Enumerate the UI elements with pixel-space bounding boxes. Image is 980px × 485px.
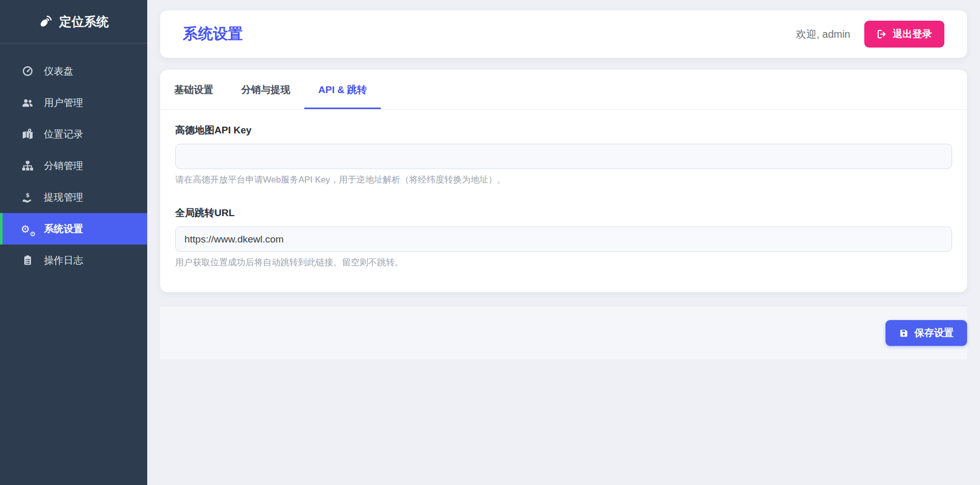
sidebar-item-label: 提现管理 xyxy=(44,191,83,204)
sidebar-item-label: 仪表盘 xyxy=(44,65,73,78)
map-marker-icon xyxy=(21,128,34,140)
sidebar-item-locations[interactable]: 位置记录 xyxy=(0,118,147,150)
sidebar-item-label: 用户管理 xyxy=(44,96,83,110)
save-settings-button[interactable]: 保存设置 xyxy=(885,320,967,346)
satellite-dish-icon xyxy=(39,14,53,28)
sidebar-item-settings[interactable]: ⚙⚙ 系统设置 xyxy=(0,213,147,245)
amap-key-input[interactable] xyxy=(175,144,952,169)
sidebar-item-label: 系统设置 xyxy=(44,222,83,236)
sidebar-item-withdrawals[interactable]: $ 提现管理 xyxy=(0,181,147,213)
save-label: 保存设置 xyxy=(914,326,954,340)
sidebar-nav: 仪表盘 用户管理 位置记录 分销管理 $ 提现管理 xyxy=(0,43,147,276)
tab-api-redirect[interactable]: API & 跳转 xyxy=(304,70,381,109)
sidebar-item-label: 分销管理 xyxy=(44,159,83,173)
users-icon xyxy=(21,97,34,109)
sidebar: 定位系统 仪表盘 用户管理 位置记录 分销管理 xyxy=(0,0,147,485)
settings-tabs: 基础设置 分销与提现 API & 跳转 xyxy=(160,70,967,110)
sidebar-item-distribution[interactable]: 分销管理 xyxy=(0,150,147,181)
amap-key-help: 请在高德开放平台申请Web服务API Key，用于逆地址解析（将经纬度转换为地址… xyxy=(175,174,952,186)
svg-text:$: $ xyxy=(25,192,29,199)
redirect-url-help: 用户获取位置成功后将自动跳转到此链接。留空则不跳转。 xyxy=(175,256,952,268)
welcome-text: 欢迎, admin xyxy=(796,27,850,41)
clipboard-list-icon xyxy=(21,254,34,266)
redirect-url-group: 全局跳转URL 用户获取位置成功后将自动跳转到此链接。留空则不跳转。 xyxy=(175,206,952,268)
logout-label: 退出登录 xyxy=(893,27,932,41)
hand-holding-dollar-icon: $ xyxy=(21,191,34,203)
api-settings-form: 高德地图API Key 请在高德开放平台申请Web服务API Key，用于逆地址… xyxy=(160,110,967,292)
sidebar-item-logs[interactable]: 操作日志 xyxy=(0,245,147,276)
sidebar-item-label: 操作日志 xyxy=(44,254,83,267)
app-title: 定位系统 xyxy=(59,13,109,30)
settings-card: 基础设置 分销与提现 API & 跳转 高德地图API Key 请在高德开放平台… xyxy=(160,70,967,292)
sitemap-icon xyxy=(21,160,34,172)
sidebar-item-dashboard[interactable]: 仪表盘 xyxy=(0,55,147,87)
gears-icon: ⚙⚙ xyxy=(21,223,34,235)
app-logo: 定位系统 xyxy=(0,0,147,43)
tab-basic-settings[interactable]: 基础设置 xyxy=(160,70,227,109)
save-icon xyxy=(899,328,909,338)
tab-distribution-withdraw[interactable]: 分销与提现 xyxy=(227,70,304,109)
logout-button[interactable]: 退出登录 xyxy=(864,21,944,48)
form-footer: 保存设置 xyxy=(160,306,967,359)
amap-key-group: 高德地图API Key 请在高德开放平台申请Web服务API Key，用于逆地址… xyxy=(175,124,952,186)
gauge-icon xyxy=(21,65,34,77)
redirect-url-label: 全局跳转URL xyxy=(175,206,952,220)
page-title: 系统设置 xyxy=(183,24,243,44)
redirect-url-input[interactable] xyxy=(175,226,952,252)
amap-key-label: 高德地图API Key xyxy=(175,124,952,137)
sidebar-item-users[interactable]: 用户管理 xyxy=(0,87,147,118)
sidebar-item-label: 位置记录 xyxy=(44,128,83,141)
sign-out-icon xyxy=(877,29,887,39)
page-header: 系统设置 欢迎, admin 退出登录 xyxy=(160,10,967,58)
header-right: 欢迎, admin 退出登录 xyxy=(796,21,944,48)
main-content: 系统设置 欢迎, admin 退出登录 基础设置 分销与提现 API & 跳转 … xyxy=(147,0,980,485)
